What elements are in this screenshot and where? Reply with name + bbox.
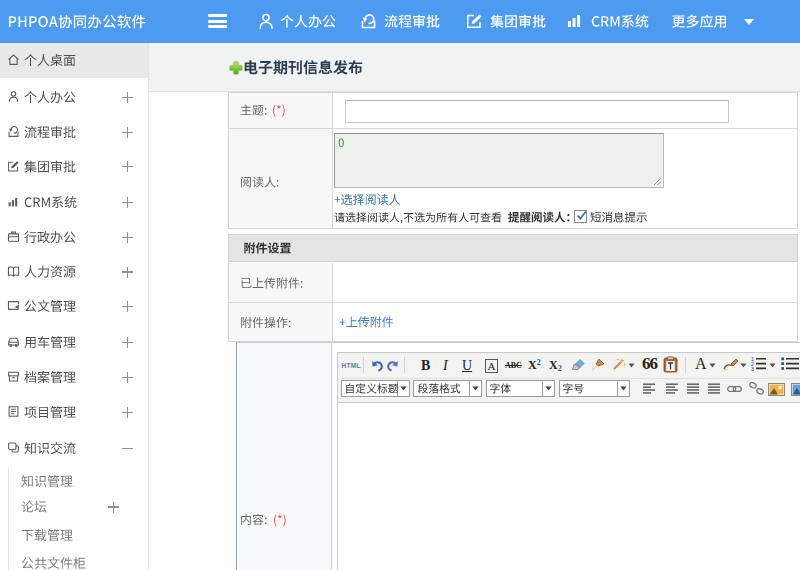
svg-text:3: 3: [751, 366, 754, 371]
